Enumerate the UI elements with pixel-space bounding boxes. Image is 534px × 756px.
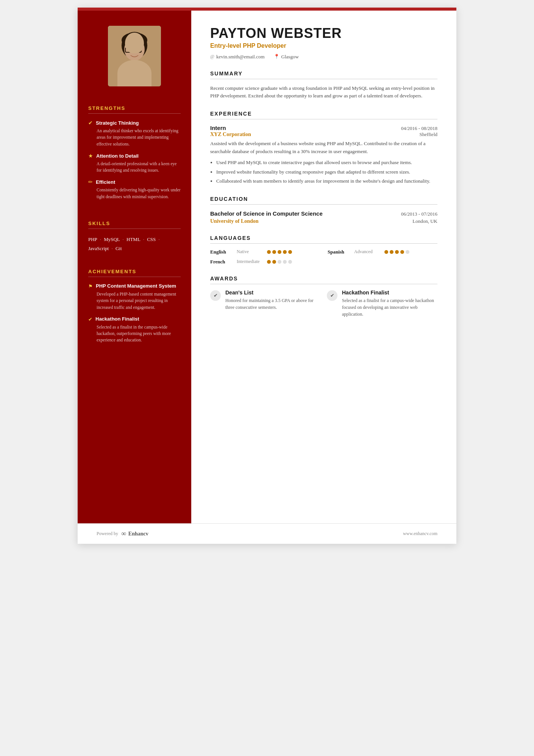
edu-location: London, UK	[412, 218, 437, 224]
lang-dots	[267, 250, 292, 254]
lang-dot-filled	[272, 260, 276, 264]
exp-dates: 04/2016 - 08/2018	[401, 125, 437, 131]
award-desc: Selected as a finalist for a campus-wide…	[342, 297, 437, 318]
exp-description: Assisted with the development of a busin…	[210, 140, 437, 156]
achievement-item: ✔ Hackathon Finalist Selected as a final…	[88, 316, 181, 344]
lang-dot-empty	[406, 250, 409, 254]
award-item-hackathon: ✔ Hackathon Finalist Selected as a final…	[327, 290, 437, 318]
location-icon: 📍	[274, 54, 279, 59]
exp-bullet: Collaborated with team members to identi…	[216, 177, 437, 185]
strength-item: ✔ Strategic Thinking An analytical think…	[88, 120, 181, 147]
skills-section: SKILLS PHP · MySQL · HTML · CSS · JavaSc…	[78, 213, 191, 261]
lang-dot-empty	[278, 260, 281, 264]
strengths-section: STRENGTHS ✔ Strategic Thinking An analyt…	[78, 98, 191, 213]
enhancv-logo: ∞ Enhancv	[121, 530, 148, 538]
resume-footer: Powered by ∞ Enhancv www.enhancv.com	[78, 523, 456, 544]
location-contact: 📍 Glasgow	[274, 54, 299, 60]
top-accent-bar	[78, 8, 456, 11]
edu-degree: Bachelor of Science in Computer Science	[210, 210, 323, 218]
summary-text: Recent computer science graduate with a …	[210, 85, 437, 100]
main-content: PAYTON WEBSTER Entry-level PHP Developer…	[191, 11, 456, 523]
language-item-spanish: Spanish Advanced	[328, 249, 437, 255]
strength-desc: An analytical thinker who excels at iden…	[97, 128, 181, 147]
exp-bullet: Improved website functionality by creati…	[216, 168, 437, 176]
award-desc: Honored for maintaining a 3.5 GPA or abo…	[225, 297, 321, 311]
lang-dot-filled	[278, 250, 281, 254]
resume-body: STRENGTHS ✔ Strategic Thinking An analyt…	[78, 11, 456, 523]
strengths-title: STRENGTHS	[88, 105, 181, 114]
lang-dot-empty	[283, 260, 287, 264]
language-item-english: English Native	[210, 249, 320, 255]
languages-section: LANGUAGES English Native	[210, 235, 437, 265]
powered-by-text: Powered by	[97, 531, 118, 537]
lang-dot-filled	[267, 260, 271, 264]
award-content: Hackathon Finalist Selected as a finalis…	[342, 290, 437, 318]
award-content: Dean's List Honored for maintaining a 3.…	[225, 290, 321, 311]
lang-dots	[384, 250, 409, 254]
language-item-french: French Intermediate	[210, 259, 320, 265]
award-name: Hackathon Finalist	[342, 290, 437, 296]
education-entry: Bachelor of Science in Computer Science …	[210, 210, 437, 224]
svg-point-7	[117, 71, 151, 86]
svg-rect-8	[131, 60, 137, 67]
lang-dot-filled	[283, 250, 287, 254]
award-check-icon: ✔	[327, 290, 337, 301]
summary-section: SUMMARY Recent computer science graduate…	[210, 70, 437, 100]
exp-company: XYZ Corporation	[210, 131, 251, 138]
enhancv-brand: Enhancv	[128, 531, 148, 537]
achievement-desc: Selected as a finalist in the campus-wid…	[97, 324, 181, 344]
strength-desc: A detail-oriented professional with a ke…	[97, 161, 181, 174]
languages-title: LANGUAGES	[210, 235, 437, 244]
lang-dot-filled	[272, 250, 276, 254]
email-icon: @	[210, 54, 214, 59]
lang-dot-empty	[288, 260, 292, 264]
achievement-header: ⚑ PHP Content Management System	[88, 283, 181, 290]
edu-top-row: Bachelor of Science in Computer Science …	[210, 210, 437, 218]
candidate-title: Entry-level PHP Developer	[210, 42, 437, 49]
lang-name: French	[210, 259, 233, 265]
achievement-header: ✔ Hackathon Finalist	[88, 316, 181, 322]
awards-grid: ✔ Dean's List Honored for maintaining a …	[210, 290, 437, 318]
checkmark-icon: ✔	[88, 316, 92, 322]
lang-dot-filled	[384, 250, 388, 254]
email-contact: @ kevin.smith@email.com	[210, 54, 265, 60]
strength-item: ✏ Efficient Consistently delivering high…	[88, 179, 181, 200]
award-check-icon: ✔	[210, 290, 221, 301]
lang-dot-filled	[288, 250, 292, 254]
achievement-item: ⚑ PHP Content Management System Develope…	[88, 283, 181, 311]
enhancv-symbol: ∞	[121, 530, 126, 538]
footer-left: Powered by ∞ Enhancv	[97, 530, 148, 538]
education-title: EDUCATION	[210, 196, 437, 205]
lang-level: Intermediate	[237, 259, 263, 265]
footer-website: www.enhancv.com	[403, 531, 437, 537]
lang-dot-filled	[400, 250, 404, 254]
skills-list: PHP · MySQL · HTML · CSS · JavaScript · …	[88, 235, 181, 254]
awards-title: AWARDS	[210, 275, 437, 284]
exp-location: Sheffield	[420, 131, 437, 138]
exp-top-row: Intern 04/2016 - 08/2018	[210, 125, 437, 131]
exp-bullet: Used PHP and MySQL to create interactive…	[216, 159, 437, 167]
resume-document: STRENGTHS ✔ Strategic Thinking An analyt…	[78, 8, 456, 544]
photo-area	[78, 11, 191, 98]
svg-point-3	[122, 33, 147, 48]
awards-section: AWARDS ✔ Dean's List Honored for maintai…	[210, 275, 437, 318]
achievements-title: ACHIEVEMENTS	[88, 269, 181, 277]
strength-header: ★ Attention to Detail	[88, 153, 181, 159]
lang-dot-filled	[267, 250, 271, 254]
location-text: Glasgow	[281, 54, 299, 60]
pencil-icon: ✏	[88, 179, 93, 185]
resume-header: PAYTON WEBSTER Entry-level PHP Developer…	[210, 26, 437, 60]
experience-title: EXPERIENCE	[210, 111, 437, 119]
lang-level: Native	[237, 249, 263, 255]
strength-header: ✔ Strategic Thinking	[88, 120, 181, 126]
star-icon: ★	[88, 153, 93, 159]
skills-title: SKILLS	[88, 221, 181, 229]
svg-point-2	[124, 38, 145, 61]
exp-role: Intern	[210, 125, 226, 131]
checkmark-icon: ✔	[88, 120, 93, 126]
email-text: kevin.smith@email.com	[216, 54, 265, 60]
svg-rect-5	[134, 48, 141, 52]
strength-name: Attention to Detail	[96, 153, 139, 159]
edu-school-row: University of London London, UK	[210, 218, 437, 224]
lang-dot-filled	[395, 250, 399, 254]
